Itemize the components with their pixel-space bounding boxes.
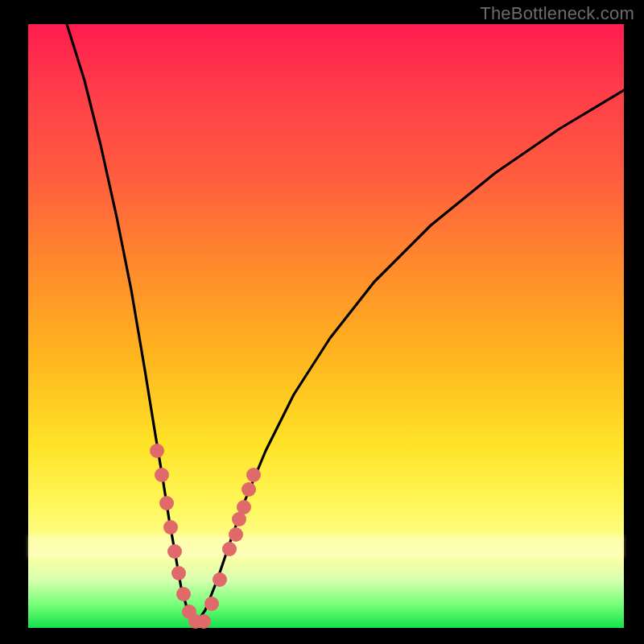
curve-right-branch bbox=[196, 90, 624, 624]
data-marker bbox=[204, 597, 219, 611]
data-marker bbox=[237, 500, 251, 514]
data-marker bbox=[222, 542, 237, 556]
data-marker bbox=[159, 496, 174, 510]
data-marker bbox=[155, 468, 169, 482]
plot-area bbox=[28, 24, 624, 628]
data-marker bbox=[196, 614, 211, 629]
data-markers bbox=[150, 444, 261, 629]
data-marker bbox=[163, 520, 178, 535]
data-marker bbox=[246, 468, 261, 482]
curve-left-branch bbox=[67, 24, 196, 624]
chart-frame: TheBottleneck.com bbox=[0, 0, 644, 644]
data-marker bbox=[213, 572, 227, 587]
data-marker bbox=[167, 544, 182, 559]
data-marker bbox=[150, 444, 164, 458]
data-marker bbox=[171, 566, 186, 580]
data-marker bbox=[242, 482, 256, 497]
data-marker bbox=[176, 587, 191, 601]
watermark-text: TheBottleneck.com bbox=[480, 3, 634, 24]
data-marker bbox=[229, 527, 243, 542]
curve-layer bbox=[28, 24, 624, 628]
